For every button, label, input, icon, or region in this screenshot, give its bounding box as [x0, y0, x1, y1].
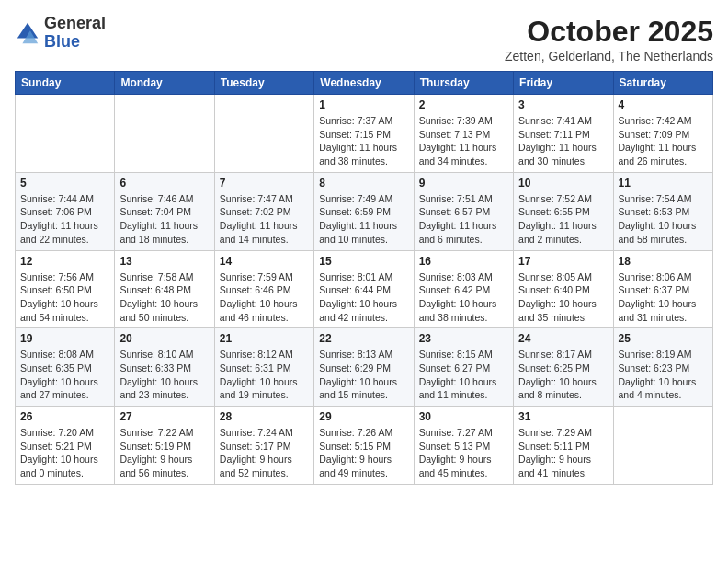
- day-cell: 17Sunrise: 8:05 AM Sunset: 6:40 PM Dayli…: [514, 250, 613, 328]
- day-number: 29: [319, 410, 408, 423]
- day-number: 15: [319, 255, 408, 268]
- day-number: 30: [419, 410, 508, 423]
- day-cell: 11Sunrise: 7:54 AM Sunset: 6:53 PM Dayli…: [613, 172, 712, 250]
- calendar-body: 1Sunrise: 7:37 AM Sunset: 7:15 PM Daylig…: [16, 95, 713, 485]
- day-info: Sunrise: 7:42 AM Sunset: 7:09 PM Dayligh…: [619, 114, 708, 168]
- day-info: Sunrise: 7:52 AM Sunset: 6:55 PM Dayligh…: [518, 192, 608, 247]
- day-cell: 6Sunrise: 7:46 AM Sunset: 7:04 PM Daylig…: [115, 172, 214, 250]
- day-cell: 7Sunrise: 7:47 AM Sunset: 7:02 PM Daylig…: [214, 172, 313, 250]
- week-row-0: 1Sunrise: 7:37 AM Sunset: 7:15 PM Daylig…: [16, 95, 713, 173]
- day-cell: 23Sunrise: 8:15 AM Sunset: 6:27 PM Dayli…: [414, 328, 513, 407]
- weekday-monday: Monday: [115, 72, 214, 95]
- day-number: 3: [518, 98, 608, 111]
- day-number: 11: [619, 177, 708, 190]
- day-cell: 25Sunrise: 8:19 AM Sunset: 6:23 PM Dayli…: [613, 328, 712, 407]
- day-number: 21: [220, 332, 309, 345]
- day-number: 28: [220, 410, 309, 423]
- day-info: Sunrise: 7:29 AM Sunset: 5:11 PM Dayligh…: [518, 426, 608, 480]
- day-info: Sunrise: 8:12 AM Sunset: 6:31 PM Dayligh…: [220, 348, 309, 402]
- day-cell: 22Sunrise: 8:13 AM Sunset: 6:29 PM Dayli…: [314, 328, 414, 407]
- day-number: 12: [20, 255, 109, 268]
- day-info: Sunrise: 7:56 AM Sunset: 6:50 PM Dayligh…: [20, 270, 109, 325]
- day-cell: [613, 407, 712, 485]
- day-number: 16: [419, 255, 508, 268]
- day-info: Sunrise: 8:03 AM Sunset: 6:42 PM Dayligh…: [419, 270, 508, 325]
- day-info: Sunrise: 7:24 AM Sunset: 5:17 PM Dayligh…: [220, 426, 309, 480]
- day-cell: 24Sunrise: 8:17 AM Sunset: 6:25 PM Dayli…: [514, 328, 613, 407]
- day-cell: 20Sunrise: 8:10 AM Sunset: 6:33 PM Dayli…: [115, 328, 214, 407]
- day-cell: [16, 95, 115, 173]
- day-number: 19: [20, 332, 109, 345]
- day-info: Sunrise: 8:06 AM Sunset: 6:37 PM Dayligh…: [619, 270, 708, 325]
- day-cell: 18Sunrise: 8:06 AM Sunset: 6:37 PM Dayli…: [613, 250, 712, 328]
- weekday-header-row: SundayMondayTuesdayWednesdayThursdayFrid…: [16, 72, 713, 95]
- day-cell: 12Sunrise: 7:56 AM Sunset: 6:50 PM Dayli…: [16, 250, 115, 328]
- day-info: Sunrise: 7:49 AM Sunset: 6:59 PM Dayligh…: [319, 192, 408, 247]
- day-number: 4: [619, 98, 708, 111]
- week-row-1: 5Sunrise: 7:44 AM Sunset: 7:06 PM Daylig…: [16, 172, 713, 250]
- day-cell: 29Sunrise: 7:26 AM Sunset: 5:15 PM Dayli…: [314, 407, 414, 485]
- page-header: General Blue October 2025 Zetten, Gelder…: [15, 15, 713, 63]
- weekday-sunday: Sunday: [16, 72, 115, 95]
- logo-icon: [15, 20, 40, 46]
- day-info: Sunrise: 7:20 AM Sunset: 5:21 PM Dayligh…: [20, 426, 109, 480]
- weekday-wednesday: Wednesday: [314, 72, 414, 95]
- day-number: 13: [119, 255, 209, 268]
- day-number: 31: [518, 410, 608, 423]
- day-info: Sunrise: 7:47 AM Sunset: 7:02 PM Dayligh…: [220, 192, 309, 247]
- day-cell: 13Sunrise: 7:58 AM Sunset: 6:48 PM Dayli…: [115, 250, 214, 328]
- day-cell: 3Sunrise: 7:41 AM Sunset: 7:11 PM Daylig…: [514, 95, 613, 173]
- day-cell: 31Sunrise: 7:29 AM Sunset: 5:11 PM Dayli…: [514, 407, 613, 485]
- day-cell: [214, 95, 313, 173]
- day-cell: 1Sunrise: 7:37 AM Sunset: 7:15 PM Daylig…: [314, 95, 414, 173]
- day-info: Sunrise: 7:58 AM Sunset: 6:48 PM Dayligh…: [119, 270, 209, 325]
- day-number: 24: [518, 332, 608, 345]
- day-number: 1: [319, 98, 408, 111]
- weekday-saturday: Saturday: [613, 72, 712, 95]
- day-cell: 28Sunrise: 7:24 AM Sunset: 5:17 PM Dayli…: [214, 407, 313, 485]
- day-cell: 9Sunrise: 7:51 AM Sunset: 6:57 PM Daylig…: [414, 172, 513, 250]
- day-info: Sunrise: 8:19 AM Sunset: 6:23 PM Dayligh…: [619, 348, 708, 402]
- day-info: Sunrise: 7:39 AM Sunset: 7:13 PM Dayligh…: [419, 114, 508, 168]
- title-block: October 2025 Zetten, Gelderland, The Net…: [505, 15, 713, 63]
- day-number: 22: [319, 332, 408, 345]
- day-cell: [115, 95, 214, 173]
- day-info: Sunrise: 7:51 AM Sunset: 6:57 PM Dayligh…: [419, 192, 508, 247]
- day-number: 17: [518, 255, 608, 268]
- day-cell: 5Sunrise: 7:44 AM Sunset: 7:06 PM Daylig…: [16, 172, 115, 250]
- day-info: Sunrise: 8:10 AM Sunset: 6:33 PM Dayligh…: [119, 348, 209, 402]
- day-info: Sunrise: 7:59 AM Sunset: 6:46 PM Dayligh…: [220, 270, 309, 325]
- day-number: 18: [619, 255, 708, 268]
- logo-blue-text: Blue: [44, 32, 80, 51]
- day-info: Sunrise: 7:44 AM Sunset: 7:06 PM Dayligh…: [20, 192, 109, 247]
- day-info: Sunrise: 8:15 AM Sunset: 6:27 PM Dayligh…: [419, 348, 508, 402]
- day-number: 14: [220, 255, 309, 268]
- day-number: 2: [419, 98, 508, 111]
- day-cell: 27Sunrise: 7:22 AM Sunset: 5:19 PM Dayli…: [115, 407, 214, 485]
- month-title: October 2025: [505, 15, 713, 49]
- weekday-tuesday: Tuesday: [214, 72, 313, 95]
- day-number: 27: [119, 410, 209, 423]
- day-info: Sunrise: 7:37 AM Sunset: 7:15 PM Dayligh…: [319, 114, 408, 168]
- logo-general-text: General: [44, 14, 106, 32]
- day-number: 20: [119, 332, 209, 345]
- day-number: 8: [319, 177, 408, 190]
- day-info: Sunrise: 8:17 AM Sunset: 6:25 PM Dayligh…: [518, 348, 608, 402]
- day-info: Sunrise: 8:13 AM Sunset: 6:29 PM Dayligh…: [319, 348, 408, 402]
- day-cell: 19Sunrise: 8:08 AM Sunset: 6:35 PM Dayli…: [16, 328, 115, 407]
- day-number: 23: [419, 332, 508, 345]
- day-info: Sunrise: 8:05 AM Sunset: 6:40 PM Dayligh…: [518, 270, 608, 325]
- location: Zetten, Gelderland, The Netherlands: [505, 49, 713, 63]
- day-number: 5: [20, 177, 109, 190]
- day-info: Sunrise: 7:26 AM Sunset: 5:15 PM Dayligh…: [319, 426, 408, 480]
- day-cell: 4Sunrise: 7:42 AM Sunset: 7:09 PM Daylig…: [613, 95, 712, 173]
- day-number: 26: [20, 410, 109, 423]
- day-info: Sunrise: 7:22 AM Sunset: 5:19 PM Dayligh…: [119, 426, 209, 480]
- weekday-friday: Friday: [514, 72, 613, 95]
- day-number: 10: [518, 177, 608, 190]
- day-cell: 10Sunrise: 7:52 AM Sunset: 6:55 PM Dayli…: [514, 172, 613, 250]
- day-cell: 30Sunrise: 7:27 AM Sunset: 5:13 PM Dayli…: [414, 407, 513, 485]
- week-row-2: 12Sunrise: 7:56 AM Sunset: 6:50 PM Dayli…: [16, 250, 713, 328]
- day-cell: 16Sunrise: 8:03 AM Sunset: 6:42 PM Dayli…: [414, 250, 513, 328]
- logo: General Blue: [15, 15, 106, 52]
